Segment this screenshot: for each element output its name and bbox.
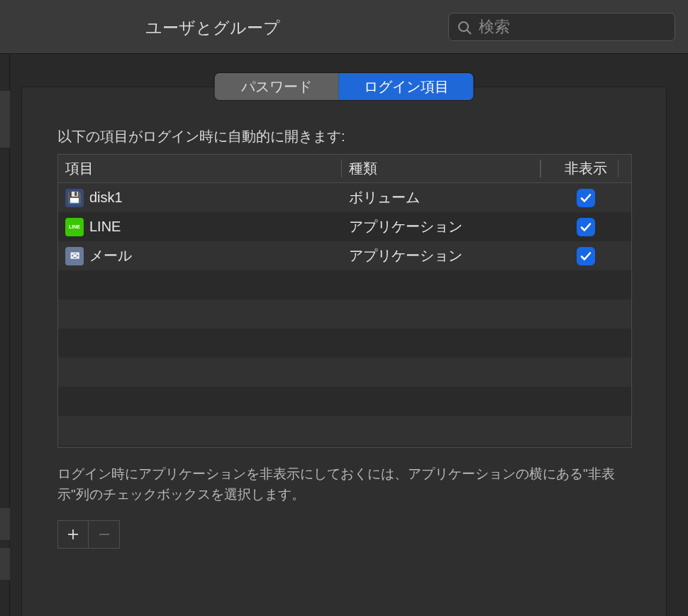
- add-remove-group: [57, 520, 120, 549]
- tab-group: パスワード ログイン項目: [215, 73, 474, 100]
- hide-checkbox[interactable]: [577, 247, 595, 265]
- sidebar-segment: [0, 508, 10, 540]
- left-sidebar-sliver: [0, 54, 10, 616]
- hide-checkbox[interactable]: [577, 218, 595, 236]
- sidebar-segment: [0, 91, 10, 148]
- table-body: 💾disk1ボリュームLINELINEアプリケーション✉メールアプリケーション: [58, 183, 631, 445]
- table-row[interactable]: ✉メールアプリケーション: [58, 241, 631, 270]
- search-icon: [456, 19, 473, 36]
- table-row: [58, 299, 631, 329]
- line-icon: LINE: [65, 218, 84, 236]
- mail-icon: ✉: [65, 247, 84, 265]
- add-button[interactable]: [57, 520, 89, 549]
- content-area: パスワード ログイン項目 以下の項目がログイン時に自動的に開きます: 項目 種類…: [0, 54, 688, 616]
- cell-item: LINELINE: [58, 218, 342, 236]
- sidebar-segment: [0, 548, 10, 580]
- column-kind[interactable]: 種類: [342, 155, 540, 182]
- table-row: [58, 270, 631, 299]
- search-input[interactable]: 検索: [448, 13, 675, 41]
- table-row: [58, 416, 631, 445]
- cell-item: ✉メール: [58, 246, 342, 265]
- window-title: ユーザとグループ: [145, 17, 280, 39]
- table-row[interactable]: 💾disk1ボリューム: [58, 183, 631, 212]
- svg-line-1: [467, 31, 472, 35]
- login-items-hint: ログイン時にアプリケーションを非表示にしておくには、アプリケーションの横にある"…: [57, 463, 632, 505]
- plus-icon: [66, 527, 80, 541]
- search-field-wrap: 検索: [448, 13, 675, 41]
- table-row: [58, 387, 631, 416]
- column-hide[interactable]: 非表示: [540, 155, 631, 182]
- main-panel: パスワード ログイン項目 以下の項目がログイン時に自動的に開きます: 項目 種類…: [21, 87, 667, 616]
- cell-kind: アプリケーション: [342, 217, 540, 236]
- cell-hide: [540, 218, 631, 236]
- minus-icon: [97, 527, 111, 541]
- table-row: [58, 329, 631, 358]
- column-item[interactable]: 項目: [58, 155, 342, 182]
- cell-kind: アプリケーション: [342, 246, 540, 265]
- login-items-table: 項目 種類 非表示 💾disk1ボリュームLINELINEアプリケーション✉メー…: [57, 154, 632, 448]
- title-bar: ユーザとグループ 検索: [0, 0, 688, 54]
- svg-point-0: [459, 22, 468, 31]
- search-placeholder: 検索: [479, 16, 510, 38]
- table-row[interactable]: LINELINEアプリケーション: [58, 212, 631, 241]
- cell-kind: ボリューム: [342, 188, 540, 207]
- table-row: [58, 358, 631, 387]
- hide-checkbox[interactable]: [577, 189, 595, 207]
- tab-login-items[interactable]: ログイン項目: [339, 73, 474, 100]
- remove-button[interactable]: [89, 520, 120, 549]
- login-items-heading: 以下の項目がログイン時に自動的に開きます:: [57, 127, 345, 146]
- cell-hide: [540, 189, 631, 207]
- cell-hide: [540, 247, 631, 265]
- tab-password[interactable]: パスワード: [215, 73, 339, 100]
- table-header: 項目 種類 非表示: [58, 155, 631, 183]
- item-name: disk1: [89, 189, 123, 206]
- item-name: メール: [89, 246, 132, 265]
- disk-icon: 💾: [65, 189, 84, 207]
- cell-item: 💾disk1: [58, 189, 342, 207]
- item-name: LINE: [89, 219, 121, 235]
